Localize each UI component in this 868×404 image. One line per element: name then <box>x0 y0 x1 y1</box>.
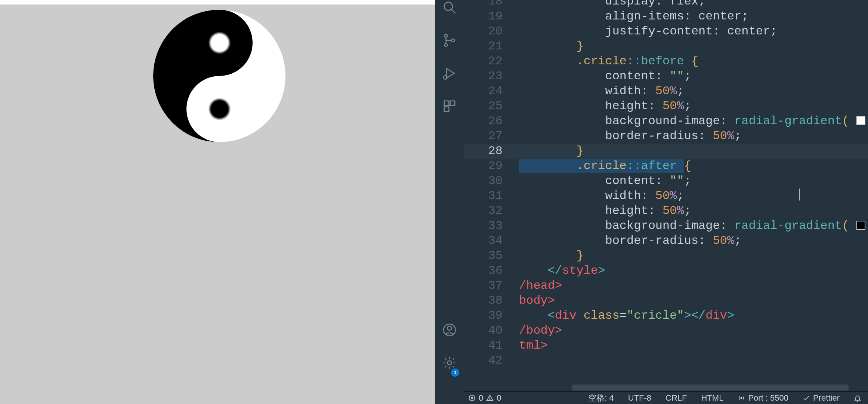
svg-point-12 <box>447 361 451 365</box>
line-number: 41 <box>464 338 519 353</box>
horizontal-scrollbar[interactable] <box>572 385 849 391</box>
line-number: 28 <box>464 144 519 159</box>
svg-rect-7 <box>444 101 449 106</box>
activity-bar: 1 <box>435 0 464 404</box>
svg-point-2 <box>445 34 448 37</box>
line-number: 25 <box>464 99 519 114</box>
line-number: 32 <box>464 203 519 218</box>
svg-line-1 <box>451 9 455 13</box>
line-number: 40 <box>464 323 519 338</box>
line-number: 39 <box>464 308 519 323</box>
bell-icon <box>854 394 861 402</box>
svg-rect-9 <box>444 107 449 112</box>
run-debug-icon[interactable] <box>442 66 457 81</box>
status-language[interactable]: HTML <box>701 392 724 404</box>
source-control-icon[interactable] <box>442 33 457 48</box>
yin-yang-circle <box>153 10 285 142</box>
svg-point-11 <box>447 326 451 330</box>
extensions-icon[interactable] <box>442 99 457 114</box>
status-port-label: Port : 5500 <box>748 392 788 404</box>
line-number: 31 <box>464 189 519 203</box>
status-warnings-count: 0 <box>497 392 501 404</box>
check-icon <box>803 394 810 402</box>
line-number: 37 <box>464 278 519 293</box>
status-encoding[interactable]: UTF-8 <box>628 392 651 404</box>
color-swatch-black <box>856 221 865 230</box>
svg-point-18 <box>741 397 742 398</box>
svg-point-0 <box>444 2 452 10</box>
app-root: 1 18 display: flex; 19 align-items: cent… <box>0 0 868 404</box>
line-number: 38 <box>464 293 519 308</box>
line-number: 27 <box>464 129 519 144</box>
line-number: 30 <box>464 174 519 189</box>
settings-badge: 1 <box>451 368 459 377</box>
line-number: 19 <box>464 9 519 24</box>
status-eol[interactable]: CRLF <box>665 392 687 404</box>
line-number: 26 <box>464 114 519 129</box>
code-editor[interactable]: 18 display: flex; 19 align-items: center… <box>464 0 868 404</box>
status-warnings[interactable]: 0 <box>486 392 501 404</box>
svg-point-17 <box>490 399 490 400</box>
status-prettier[interactable]: Prettier <box>803 392 840 404</box>
status-errors-count: 0 <box>479 392 483 404</box>
text-cursor <box>799 189 800 201</box>
line-number: 42 <box>464 353 519 368</box>
color-swatch-white <box>856 116 865 125</box>
account-icon[interactable] <box>442 322 457 337</box>
status-errors[interactable]: 0 <box>468 392 483 404</box>
broadcast-icon <box>738 394 745 402</box>
svg-point-4 <box>452 39 455 42</box>
svg-point-3 <box>445 44 448 47</box>
line-number: 34 <box>464 233 519 248</box>
line-number: 20 <box>464 24 519 39</box>
status-bar: 0 0 空格: 4 UTF-8 CRLF HTML Port : 5500 <box>464 391 868 404</box>
status-spaces[interactable]: 空格: 4 <box>588 392 614 404</box>
line-number: 24 <box>464 84 519 99</box>
line-number: 36 <box>464 263 519 278</box>
line-number: 35 <box>464 248 519 263</box>
svg-marker-5 <box>447 68 454 78</box>
line-number: 21 <box>464 39 519 54</box>
line-number: 29 <box>464 159 519 174</box>
line-number: 22 <box>464 54 519 69</box>
browser-preview-pane <box>0 0 435 404</box>
line-number: 18 <box>464 0 519 9</box>
status-notifications[interactable] <box>854 394 861 402</box>
svg-rect-8 <box>450 101 455 106</box>
line-number: 23 <box>464 69 519 84</box>
search-icon[interactable] <box>442 0 457 15</box>
editor-side: 1 18 display: flex; 19 align-items: cent… <box>435 0 868 404</box>
status-live-server[interactable]: Port : 5500 <box>738 392 788 404</box>
browser-chrome-strip <box>0 0 435 4</box>
line-number: 33 <box>464 218 519 233</box>
status-prettier-label: Prettier <box>813 392 840 404</box>
settings-gear-icon[interactable] <box>442 355 457 370</box>
